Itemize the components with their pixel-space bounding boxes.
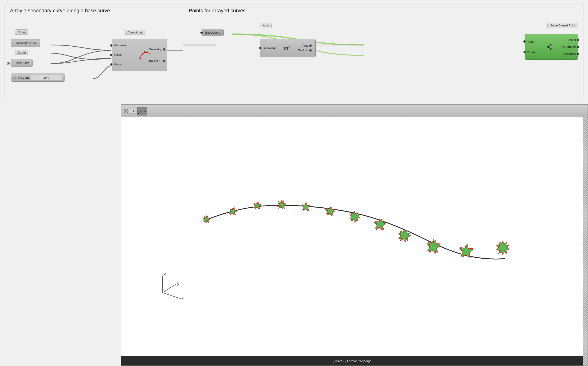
format-text: (500x250) Format32bppArgb — [333, 359, 372, 363]
wave-icon: ((( — [124, 108, 128, 114]
right-panel-title: Points for arrayed curves — [189, 8, 246, 14]
svg-text:y: y — [177, 281, 180, 286]
star-shape-curve-node[interactable]: StarShapeCurve — [11, 39, 40, 47]
svg-rect-10 — [137, 107, 147, 115]
svg-point-0 — [139, 58, 141, 59]
s-label: S — [130, 108, 135, 114]
svg-point-1 — [142, 53, 143, 55]
curve-label-bottom: Curve — [15, 50, 28, 55]
svg-line-7 — [548, 47, 551, 49]
curve-closest-point-node[interactable]: Point Curve — [524, 34, 578, 60]
svg-point-2 — [144, 51, 145, 53]
viewport-content: z y x — [121, 117, 583, 356]
curve-array-node[interactable]: Geometry Curve Count — [112, 39, 167, 71]
array-count-node[interactable]: ArrayCount ———— 10 ◇ ———— — [11, 74, 65, 82]
curve-array-label: Curve Array — [125, 30, 145, 35]
curve-label-top: Curve — [15, 30, 28, 35]
viewport-panel: ((( S — [121, 104, 588, 366]
left-panel: Array a secondary curve along a base cur… — [4, 4, 183, 98]
area-label: Area — [260, 23, 272, 28]
base-curve-node-right[interactable]: BaseCurve — [202, 29, 224, 36]
3d-viewport[interactable]: z y x — [121, 117, 583, 356]
left-panel-title: Array a secondary curve along a base cur… — [10, 8, 110, 14]
status-bar: (500x250) Format32bppArgb — [121, 356, 583, 366]
svg-point-3 — [146, 52, 148, 53]
viewport-header: ((( S — [121, 105, 588, 117]
thumbnail-preview — [137, 107, 147, 115]
ccp-icon — [544, 42, 553, 52]
node-graph-area: Array a secondary curve along a base cur… — [0, 0, 588, 102]
right-panel-wires — [183, 4, 584, 98]
ccp-label: Curve Closest Point — [547, 23, 578, 28]
svg-text:x: x — [181, 296, 184, 301]
base-curve-node-left[interactable]: ((( BaseCurve — [11, 59, 33, 67]
right-panel: Points for arrayed curves BaseCurve Area — [183, 4, 584, 98]
area-node[interactable]: Geometry m² Area Centroid — [260, 39, 316, 57]
svg-rect-11 — [121, 128, 583, 346]
3d-scene: z y x — [121, 117, 583, 356]
svg-text:z: z — [164, 271, 166, 276]
scrollbar-right[interactable] — [583, 117, 588, 366]
